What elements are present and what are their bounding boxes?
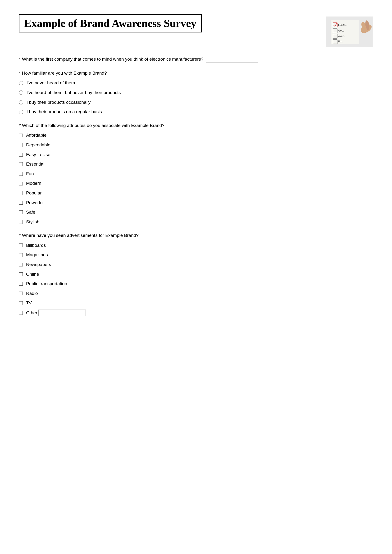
question-4-block: * Where have you seen advertisements for… <box>19 232 373 316</box>
q3-option-dependable: Dependable <box>19 142 373 148</box>
q3-checkbox-essential[interactable] <box>19 162 23 166</box>
q3-option-stylish: Stylish <box>19 219 373 225</box>
q2-radio-2[interactable] <box>19 90 23 95</box>
question-1-block: * What is the first company that comes t… <box>19 56 373 63</box>
q4-other-text-input[interactable] <box>38 310 86 316</box>
q4-label-magazines: Magazines <box>26 252 48 258</box>
q3-checkbox-stylish[interactable] <box>19 220 23 224</box>
q4-label-online: Online <box>26 271 39 277</box>
q2-radio-4[interactable] <box>19 110 23 114</box>
svg-text:Goo...: Goo... <box>338 29 345 32</box>
q4-option-magazines: Magazines <box>19 252 373 258</box>
q3-label-fun: Fun <box>26 171 34 177</box>
q2-option-3: I buy their products occasionally <box>19 99 373 106</box>
question-3-block: * Which of the following attributes do y… <box>19 122 373 225</box>
header-section: Example of Brand Awareness Survey Excell… <box>19 14 373 47</box>
q4-option-newspapers: Newspapers <box>19 262 373 268</box>
q3-options-list: Affordable Dependable Easy to Use Essent… <box>19 132 373 225</box>
q4-checkbox-magazines[interactable] <box>19 253 23 257</box>
svg-text:Po...: Po... <box>338 40 344 43</box>
q2-radio-1[interactable] <box>19 81 23 85</box>
q4-label-publictransport: Public transportation <box>26 281 67 287</box>
question-2-text: * How familiar are you with Example Bran… <box>19 70 373 77</box>
q4-options-list: Billboards Magazines Newspapers Online P… <box>19 242 373 316</box>
q2-option-4: I buy their products on a regular basis <box>19 109 373 115</box>
q4-option-tv: TV <box>19 300 373 306</box>
q3-checkbox-affordable[interactable] <box>19 134 23 137</box>
q1-asterisk: * <box>19 57 22 62</box>
survey-title: Example of Brand Awareness Survey <box>24 17 196 30</box>
q4-option-radio: Radio <box>19 290 373 297</box>
question-4-text: * Where have you seen advertisements for… <box>19 232 373 239</box>
q4-option-billboards: Billboards <box>19 242 373 249</box>
q2-radio-3[interactable] <box>19 100 23 104</box>
q2-label-1: I've never heard of them <box>27 80 75 86</box>
q3-option-popular: Popular <box>19 190 373 196</box>
q4-label-other: Other <box>26 310 37 316</box>
q4-option-publictransport: Public transportation <box>19 281 373 287</box>
q2-label-2: I've heard of them, but never buy their … <box>27 90 121 96</box>
survey-image: Excell... Goo... Aver... Po... <box>326 17 373 47</box>
q4-option-other: Other <box>19 310 373 316</box>
q4-checkbox-online[interactable] <box>19 272 23 276</box>
question-2-block: * How familiar are you with Example Bran… <box>19 70 373 115</box>
q3-checkbox-fun[interactable] <box>19 172 23 176</box>
q2-label-4: I buy their products on a regular basis <box>27 109 102 115</box>
q3-option-fun: Fun <box>19 171 373 177</box>
q3-label-easyuse: Easy to Use <box>26 152 50 158</box>
q4-checkbox-newspapers[interactable] <box>19 263 23 266</box>
q3-option-affordable: Affordable <box>19 132 373 138</box>
title-box: Example of Brand Awareness Survey <box>19 14 202 32</box>
q4-asterisk: * <box>19 233 22 238</box>
q3-label-essential: Essential <box>26 161 44 167</box>
q3-option-powerful: Powerful <box>19 200 373 206</box>
q3-label-affordable: Affordable <box>26 132 46 138</box>
question-1-text: * What is the first company that comes t… <box>19 56 373 63</box>
title-area: Example of Brand Awareness Survey <box>19 14 319 32</box>
q2-option-2: I've heard of them, but never buy their … <box>19 90 373 96</box>
q3-checkbox-modern[interactable] <box>19 182 23 186</box>
q3-checkbox-popular[interactable] <box>19 191 23 195</box>
q4-checkbox-billboards[interactable] <box>19 243 23 247</box>
q3-checkbox-dependable[interactable] <box>19 143 23 147</box>
q2-option-1: I've never heard of them <box>19 80 373 86</box>
q1-text-input[interactable] <box>206 56 258 63</box>
q4-label-tv: TV <box>26 300 32 306</box>
q3-option-safe: Safe <box>19 209 373 215</box>
q3-option-easyuse: Easy to Use <box>19 152 373 158</box>
q3-label-dependable: Dependable <box>26 142 50 148</box>
q3-label-stylish: Stylish <box>26 219 39 225</box>
q4-checkbox-radio[interactable] <box>19 291 23 295</box>
q4-label-radio: Radio <box>26 290 38 297</box>
q4-checkbox-tv[interactable] <box>19 301 23 305</box>
q3-asterisk: * <box>19 123 22 128</box>
svg-text:Aver...: Aver... <box>338 35 346 37</box>
q3-option-modern: Modern <box>19 180 373 187</box>
q2-asterisk: * <box>19 71 22 76</box>
q2-label-3: I buy their products occasionally <box>27 99 91 106</box>
q3-label-safe: Safe <box>26 209 35 215</box>
q3-label-powerful: Powerful <box>26 200 44 206</box>
q3-label-popular: Popular <box>26 190 42 196</box>
q3-checkbox-powerful[interactable] <box>19 201 23 205</box>
q3-checkbox-easyuse[interactable] <box>19 153 23 157</box>
question-3-text: * Which of the following attributes do y… <box>19 122 373 129</box>
q3-checkbox-safe[interactable] <box>19 210 23 214</box>
q2-options-list: I've never heard of them I've heard of t… <box>19 80 373 115</box>
q3-option-essential: Essential <box>19 161 373 167</box>
q3-label-modern: Modern <box>26 180 41 187</box>
svg-text:Excell...: Excell... <box>338 23 347 26</box>
q4-checkbox-other[interactable] <box>19 311 23 315</box>
q4-label-billboards: Billboards <box>26 242 46 249</box>
q4-label-newspapers: Newspapers <box>26 262 51 268</box>
q4-checkbox-publictransport[interactable] <box>19 282 23 286</box>
q4-option-online: Online <box>19 271 373 277</box>
